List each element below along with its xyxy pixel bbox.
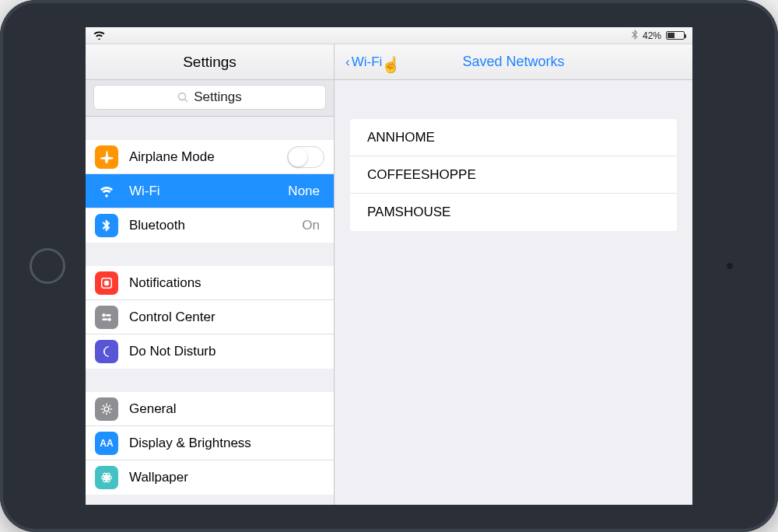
sidebar-item-airplane-mode[interactable]: Airplane Mode [86,140,334,174]
sidebar-item-do-not-disturb[interactable]: Do Not Disturb [86,334,334,369]
status-bar: 42% [86,27,692,44]
back-label: Wi-Fi [352,54,383,70]
svg-point-6 [108,317,111,320]
row-label: Do Not Disturb [129,344,324,359]
sidebar-item-notifications[interactable]: Notifications [86,266,334,300]
display-icon: AA [95,432,118,455]
detail-panel: ‹ Wi-Fi Saved Networks ☝️ ANNHOME COFFEE… [335,44,692,505]
home-button[interactable] [30,248,65,284]
search-placeholder: Settings [194,89,241,105]
row-label: Bluetooth [129,218,302,233]
gear-icon [95,397,118,421]
row-label: General [129,401,324,417]
row-label: Notifications [129,275,324,291]
cursor-icon: ☝️ [381,55,401,74]
back-button[interactable]: ‹ Wi-Fi [345,54,382,70]
chevron-left-icon: ‹ [345,54,350,70]
row-label: Airplane Mode [129,149,287,165]
notifications-icon [95,271,118,295]
network-row[interactable]: ANNHOME [350,119,677,156]
search-icon [177,92,189,103]
settings-sidebar: Settings Settings Airplane Mode [86,44,335,505]
row-value: None [288,184,324,199]
svg-line-1 [185,99,188,102]
svg-line-14 [109,411,110,413]
moon-icon [95,340,118,363]
sidebar-item-wallpaper[interactable]: Wallpaper [86,460,334,495]
wifi-status-icon [93,31,105,40]
battery-icon [666,31,685,40]
svg-rect-5 [106,314,110,316]
sidebar-item-wifi[interactable]: Wi-Fi None [86,174,334,208]
sidebar-item-control-center[interactable]: Control Center [86,300,334,334]
svg-point-4 [103,313,106,317]
svg-line-13 [103,405,104,407]
svg-rect-3 [104,281,108,285]
sidebar-title: Settings [86,44,334,80]
control-center-icon [95,306,118,329]
svg-line-15 [109,405,110,407]
svg-line-16 [103,411,104,413]
wifi-icon [95,180,118,203]
sidebar-item-bluetooth[interactable]: Bluetooth On [86,208,334,243]
row-value: On [302,218,324,233]
svg-rect-7 [103,318,107,320]
detail-title: Saved Networks [462,54,564,70]
svg-point-0 [179,93,186,100]
camera-dot [727,263,733,269]
network-row[interactable]: COFFEESHOPPE [350,156,677,194]
airplane-icon [95,145,118,169]
row-label: Wallpaper [129,470,324,485]
detail-header: ‹ Wi-Fi Saved Networks ☝️ [335,44,692,80]
bluetooth-status-icon [632,30,638,42]
wallpaper-icon [95,466,118,489]
svg-point-17 [105,476,108,479]
search-input[interactable]: Settings [93,85,326,110]
saved-networks-list: ANNHOME COFFEESHOPPE PAMSHOUSE [350,119,677,231]
sidebar-item-general[interactable]: General [86,392,334,426]
row-label: Display & Brightness [129,436,324,451]
row-label: Wi-Fi [129,184,288,199]
network-row[interactable]: PAMSHOUSE [350,194,677,231]
battery-percent: 42% [643,30,661,41]
row-label: Control Center [129,310,324,325]
svg-point-8 [104,407,109,411]
bluetooth-icon [95,214,118,237]
sidebar-item-display-brightness[interactable]: AA Display & Brightness [86,426,334,460]
airplane-toggle[interactable] [287,146,324,168]
